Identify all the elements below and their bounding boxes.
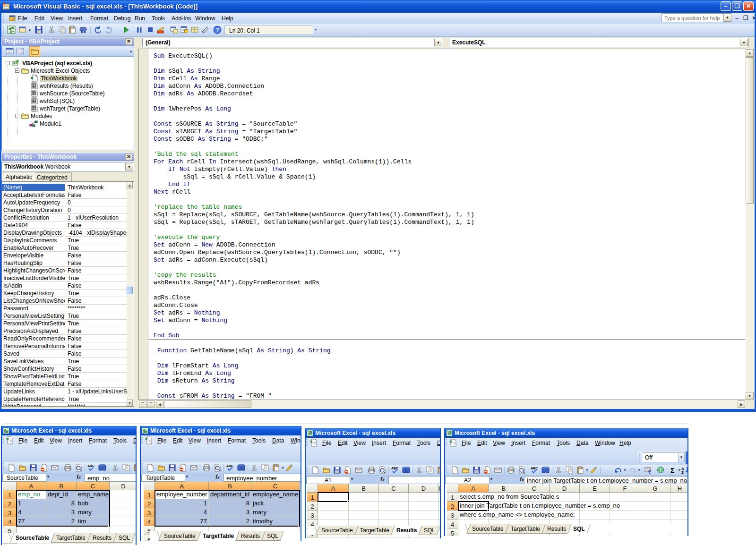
svg-text:Z: Z xyxy=(681,470,684,474)
svg-text:Σ: Σ xyxy=(670,467,674,474)
svg-text:?: ? xyxy=(216,27,219,33)
svg-text:€: € xyxy=(648,469,651,474)
